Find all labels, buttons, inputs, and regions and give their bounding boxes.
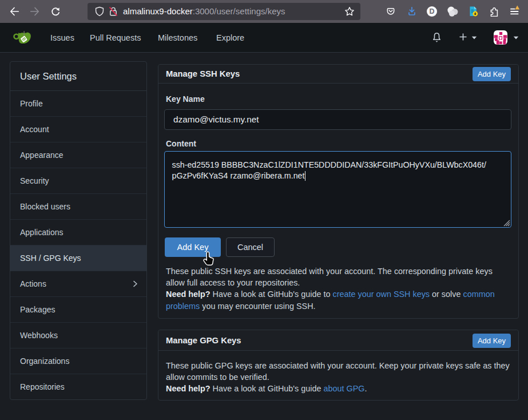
svg-text:D: D xyxy=(429,7,434,15)
